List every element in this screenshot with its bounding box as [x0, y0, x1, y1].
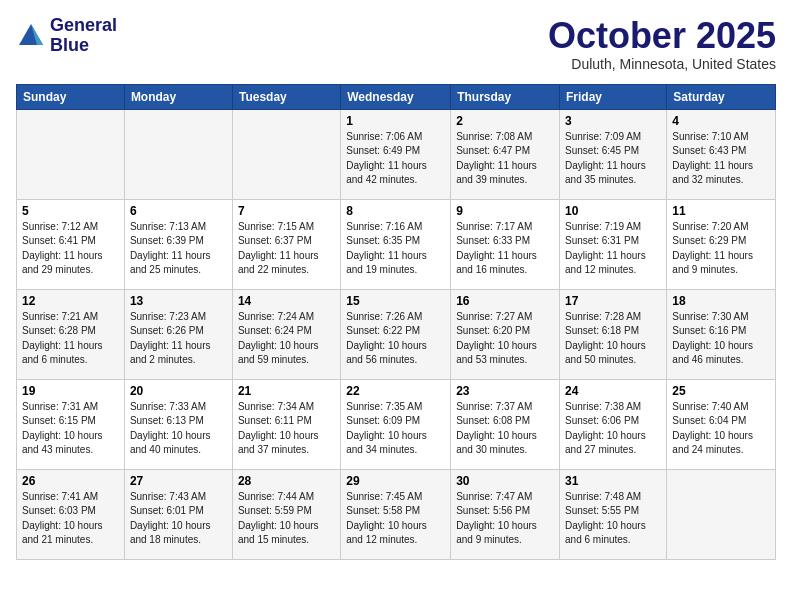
day-info: Sunrise: 7:10 AM Sunset: 6:43 PM Dayligh…: [672, 130, 770, 188]
day-info: Sunrise: 7:12 AM Sunset: 6:41 PM Dayligh…: [22, 220, 119, 278]
day-info: Sunrise: 7:37 AM Sunset: 6:08 PM Dayligh…: [456, 400, 554, 458]
day-info: Sunrise: 7:38 AM Sunset: 6:06 PM Dayligh…: [565, 400, 661, 458]
calendar-cell: 2Sunrise: 7:08 AM Sunset: 6:47 PM Daylig…: [451, 109, 560, 199]
day-number: 1: [346, 114, 445, 128]
day-number: 5: [22, 204, 119, 218]
calendar-cell: 16Sunrise: 7:27 AM Sunset: 6:20 PM Dayli…: [451, 289, 560, 379]
day-number: 4: [672, 114, 770, 128]
day-number: 13: [130, 294, 227, 308]
day-number: 16: [456, 294, 554, 308]
day-info: Sunrise: 7:15 AM Sunset: 6:37 PM Dayligh…: [238, 220, 335, 278]
day-info: Sunrise: 7:20 AM Sunset: 6:29 PM Dayligh…: [672, 220, 770, 278]
calendar-week-5: 26Sunrise: 7:41 AM Sunset: 6:03 PM Dayli…: [17, 469, 776, 559]
day-info: Sunrise: 7:43 AM Sunset: 6:01 PM Dayligh…: [130, 490, 227, 548]
calendar-cell: [124, 109, 232, 199]
calendar-cell: 7Sunrise: 7:15 AM Sunset: 6:37 PM Daylig…: [232, 199, 340, 289]
calendar-cell: 22Sunrise: 7:35 AM Sunset: 6:09 PM Dayli…: [341, 379, 451, 469]
column-header-tuesday: Tuesday: [232, 84, 340, 109]
day-number: 14: [238, 294, 335, 308]
day-info: Sunrise: 7:19 AM Sunset: 6:31 PM Dayligh…: [565, 220, 661, 278]
column-header-saturday: Saturday: [667, 84, 776, 109]
day-number: 24: [565, 384, 661, 398]
day-info: Sunrise: 7:13 AM Sunset: 6:39 PM Dayligh…: [130, 220, 227, 278]
day-number: 28: [238, 474, 335, 488]
calendar-cell: 27Sunrise: 7:43 AM Sunset: 6:01 PM Dayli…: [124, 469, 232, 559]
calendar-cell: 4Sunrise: 7:10 AM Sunset: 6:43 PM Daylig…: [667, 109, 776, 199]
day-info: Sunrise: 7:28 AM Sunset: 6:18 PM Dayligh…: [565, 310, 661, 368]
day-info: Sunrise: 7:09 AM Sunset: 6:45 PM Dayligh…: [565, 130, 661, 188]
day-info: Sunrise: 7:44 AM Sunset: 5:59 PM Dayligh…: [238, 490, 335, 548]
day-number: 9: [456, 204, 554, 218]
logo-text: General Blue: [50, 16, 117, 56]
calendar-table: SundayMondayTuesdayWednesdayThursdayFrid…: [16, 84, 776, 560]
day-info: Sunrise: 7:40 AM Sunset: 6:04 PM Dayligh…: [672, 400, 770, 458]
day-number: 25: [672, 384, 770, 398]
calendar-cell: 30Sunrise: 7:47 AM Sunset: 5:56 PM Dayli…: [451, 469, 560, 559]
calendar-cell: 1Sunrise: 7:06 AM Sunset: 6:49 PM Daylig…: [341, 109, 451, 199]
day-number: 26: [22, 474, 119, 488]
calendar-cell: 12Sunrise: 7:21 AM Sunset: 6:28 PM Dayli…: [17, 289, 125, 379]
page-header: General Blue October 2025 Duluth, Minnes…: [16, 16, 776, 72]
calendar-cell: 21Sunrise: 7:34 AM Sunset: 6:11 PM Dayli…: [232, 379, 340, 469]
calendar-cell: 24Sunrise: 7:38 AM Sunset: 6:06 PM Dayli…: [560, 379, 667, 469]
day-number: 6: [130, 204, 227, 218]
day-number: 8: [346, 204, 445, 218]
logo-icon: [16, 21, 46, 51]
day-number: 2: [456, 114, 554, 128]
calendar-cell: 15Sunrise: 7:26 AM Sunset: 6:22 PM Dayli…: [341, 289, 451, 379]
calendar-cell: 11Sunrise: 7:20 AM Sunset: 6:29 PM Dayli…: [667, 199, 776, 289]
day-number: 27: [130, 474, 227, 488]
calendar-cell: 28Sunrise: 7:44 AM Sunset: 5:59 PM Dayli…: [232, 469, 340, 559]
calendar-week-3: 12Sunrise: 7:21 AM Sunset: 6:28 PM Dayli…: [17, 289, 776, 379]
calendar-cell: 23Sunrise: 7:37 AM Sunset: 6:08 PM Dayli…: [451, 379, 560, 469]
location: Duluth, Minnesota, United States: [548, 56, 776, 72]
column-header-sunday: Sunday: [17, 84, 125, 109]
calendar-cell: 3Sunrise: 7:09 AM Sunset: 6:45 PM Daylig…: [560, 109, 667, 199]
day-info: Sunrise: 7:21 AM Sunset: 6:28 PM Dayligh…: [22, 310, 119, 368]
day-info: Sunrise: 7:33 AM Sunset: 6:13 PM Dayligh…: [130, 400, 227, 458]
day-info: Sunrise: 7:31 AM Sunset: 6:15 PM Dayligh…: [22, 400, 119, 458]
day-info: Sunrise: 7:35 AM Sunset: 6:09 PM Dayligh…: [346, 400, 445, 458]
day-info: Sunrise: 7:47 AM Sunset: 5:56 PM Dayligh…: [456, 490, 554, 548]
day-number: 21: [238, 384, 335, 398]
calendar-cell: 13Sunrise: 7:23 AM Sunset: 6:26 PM Dayli…: [124, 289, 232, 379]
calendar-cell: [232, 109, 340, 199]
day-number: 10: [565, 204, 661, 218]
calendar-cell: 8Sunrise: 7:16 AM Sunset: 6:35 PM Daylig…: [341, 199, 451, 289]
day-number: 19: [22, 384, 119, 398]
calendar-cell: 29Sunrise: 7:45 AM Sunset: 5:58 PM Dayli…: [341, 469, 451, 559]
column-header-wednesday: Wednesday: [341, 84, 451, 109]
calendar-cell: [17, 109, 125, 199]
day-number: 29: [346, 474, 445, 488]
day-info: Sunrise: 7:34 AM Sunset: 6:11 PM Dayligh…: [238, 400, 335, 458]
day-number: 12: [22, 294, 119, 308]
day-number: 11: [672, 204, 770, 218]
calendar-cell: 31Sunrise: 7:48 AM Sunset: 5:55 PM Dayli…: [560, 469, 667, 559]
column-header-friday: Friday: [560, 84, 667, 109]
calendar-body: 1Sunrise: 7:06 AM Sunset: 6:49 PM Daylig…: [17, 109, 776, 559]
calendar-week-1: 1Sunrise: 7:06 AM Sunset: 6:49 PM Daylig…: [17, 109, 776, 199]
day-number: 20: [130, 384, 227, 398]
day-number: 3: [565, 114, 661, 128]
calendar-cell: 20Sunrise: 7:33 AM Sunset: 6:13 PM Dayli…: [124, 379, 232, 469]
calendar-cell: 10Sunrise: 7:19 AM Sunset: 6:31 PM Dayli…: [560, 199, 667, 289]
calendar-week-4: 19Sunrise: 7:31 AM Sunset: 6:15 PM Dayli…: [17, 379, 776, 469]
day-info: Sunrise: 7:24 AM Sunset: 6:24 PM Dayligh…: [238, 310, 335, 368]
column-header-thursday: Thursday: [451, 84, 560, 109]
day-info: Sunrise: 7:06 AM Sunset: 6:49 PM Dayligh…: [346, 130, 445, 188]
calendar-cell: [667, 469, 776, 559]
day-info: Sunrise: 7:30 AM Sunset: 6:16 PM Dayligh…: [672, 310, 770, 368]
day-number: 18: [672, 294, 770, 308]
title-block: October 2025 Duluth, Minnesota, United S…: [548, 16, 776, 72]
calendar-cell: 18Sunrise: 7:30 AM Sunset: 6:16 PM Dayli…: [667, 289, 776, 379]
calendar-week-2: 5Sunrise: 7:12 AM Sunset: 6:41 PM Daylig…: [17, 199, 776, 289]
day-info: Sunrise: 7:23 AM Sunset: 6:26 PM Dayligh…: [130, 310, 227, 368]
calendar-cell: 6Sunrise: 7:13 AM Sunset: 6:39 PM Daylig…: [124, 199, 232, 289]
calendar-cell: 14Sunrise: 7:24 AM Sunset: 6:24 PM Dayli…: [232, 289, 340, 379]
day-info: Sunrise: 7:45 AM Sunset: 5:58 PM Dayligh…: [346, 490, 445, 548]
column-header-monday: Monday: [124, 84, 232, 109]
logo: General Blue: [16, 16, 117, 56]
calendar-cell: 17Sunrise: 7:28 AM Sunset: 6:18 PM Dayli…: [560, 289, 667, 379]
day-number: 30: [456, 474, 554, 488]
calendar-header-row: SundayMondayTuesdayWednesdayThursdayFrid…: [17, 84, 776, 109]
